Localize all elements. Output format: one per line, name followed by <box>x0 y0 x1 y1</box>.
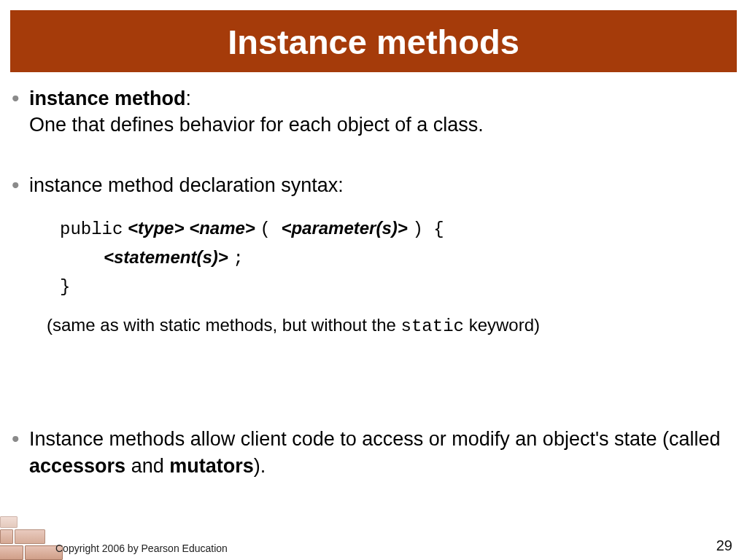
b3-post: ). <box>254 455 266 477</box>
slide: Instance methods instance method: One th… <box>0 0 747 560</box>
ph-statements: <statement(s)> <box>104 247 228 267</box>
code-block: public <type> <name> ( <parameter(s)> ) … <box>60 214 727 300</box>
definition-text: One that defines behavior for each objec… <box>29 114 484 136</box>
brick-icon <box>0 545 23 560</box>
term-colon: : <box>186 88 192 109</box>
bullet-syntax: instance method declaration syntax: publ… <box>16 172 727 338</box>
code-line-1: public <type> <name> ( <parameter(s)> ) … <box>60 214 727 243</box>
brick-icon <box>15 529 45 544</box>
code-line-2: <statement(s)> ; <box>60 244 727 272</box>
copyright-text: Copyright 2006 by Pearson Education <box>55 542 228 554</box>
term-instance-method: instance method <box>29 88 186 109</box>
footer: Copyright 2006 by Pearson Education 29 <box>0 528 747 560</box>
note-post: keyword) <box>464 315 540 335</box>
close-brace: } <box>60 277 70 297</box>
ph-params: <parameter(s)> <box>281 218 407 238</box>
brick-icon <box>0 529 13 544</box>
b3-pre: Instance methods allow client code to ac… <box>29 428 721 450</box>
term-accessors: accessors <box>29 455 125 477</box>
code-line-3: } <box>60 272 727 300</box>
kw-public: public <box>60 219 123 239</box>
syntax-intro: instance method declaration syntax: <box>29 174 344 196</box>
paren-close-brace: ) { <box>412 219 444 239</box>
note-pre: (same as with static methods, but withou… <box>47 315 401 335</box>
b3-and: and <box>125 455 169 477</box>
bullet-accessors-mutators: Instance methods allow client code to ac… <box>16 426 727 479</box>
page-number: 29 <box>716 537 732 554</box>
slide-content: instance method: One that defines behavi… <box>0 72 747 479</box>
term-mutators: mutators <box>169 455 254 477</box>
bullet-list: instance method: One that defines behavi… <box>16 85 727 479</box>
slide-title: Instance methods <box>10 10 737 72</box>
ph-name: <name> <box>189 218 255 238</box>
semicolon: ; <box>233 249 243 268</box>
syntax-note: (same as with static methods, but withou… <box>47 314 727 338</box>
ph-type: <type> <box>128 218 184 238</box>
brick-icon <box>0 516 18 528</box>
kw-static: static <box>401 316 464 336</box>
paren-open: ( <box>260 219 282 239</box>
bullet-definition: instance method: One that defines behavi… <box>16 85 727 139</box>
